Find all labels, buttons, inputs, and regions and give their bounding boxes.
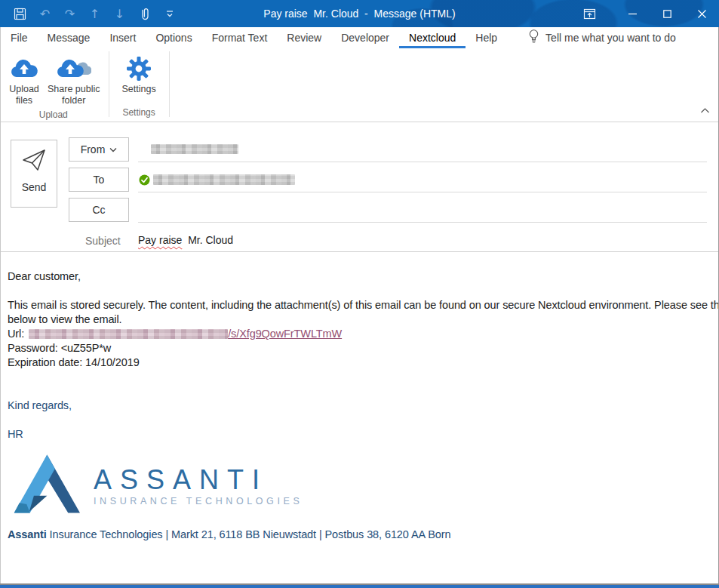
gear-icon bbox=[126, 54, 152, 82]
share-public-folder-label-1: Share public bbox=[48, 84, 100, 94]
minimize-button[interactable] bbox=[615, 0, 650, 27]
ribbon-tab-row: File Message Insert Options Format Text … bbox=[0, 27, 719, 48]
lightbulb-icon bbox=[528, 29, 539, 47]
ribbon-group-settings: Settings Settings bbox=[111, 48, 167, 122]
body-regards: Kind regards, bbox=[8, 399, 711, 413]
ribbon-display-options-icon[interactable] bbox=[574, 0, 604, 27]
undo-icon[interactable]: ↶ bbox=[32, 0, 57, 27]
upload-files-label-1: Upload bbox=[9, 84, 39, 94]
body-paragraph-line1: This email is stored securely. The conte… bbox=[8, 298, 711, 312]
ribbon: Upload files Share public folder Uplo bbox=[0, 48, 719, 122]
cloud-upload-icon bbox=[9, 54, 39, 82]
move-down-icon[interactable]: ↓ bbox=[107, 0, 132, 27]
recipient-resolved-check-icon bbox=[139, 174, 150, 189]
body-paragraph-line2: below to view the email. bbox=[8, 312, 711, 327]
tell-me-box[interactable]: Tell me what you want to do bbox=[528, 27, 676, 48]
tab-file[interactable]: File bbox=[0, 27, 38, 48]
to-field-underline[interactable] bbox=[138, 192, 707, 192]
customize-quick-access-icon[interactable] bbox=[157, 0, 182, 27]
from-button[interactable]: From bbox=[69, 137, 129, 162]
tab-review[interactable]: Review bbox=[277, 27, 331, 48]
redo-icon[interactable]: ↷ bbox=[57, 0, 82, 27]
from-field-underline[interactable] bbox=[138, 162, 707, 162]
to-label: To bbox=[94, 174, 105, 186]
upload-files-button[interactable]: Upload files bbox=[5, 51, 44, 109]
cc-field-underline[interactable] bbox=[138, 222, 707, 223]
cc-button[interactable]: Cc bbox=[69, 198, 129, 222]
collapse-ribbon-icon[interactable] bbox=[700, 103, 710, 117]
nextcloud-share-link[interactable]: /s/Xfg9QowFrTWLTmW bbox=[228, 327, 342, 341]
upload-files-label-2: files bbox=[16, 95, 32, 106]
tab-nextcloud[interactable]: Nextcloud bbox=[399, 27, 466, 48]
quick-access-toolbar: ↶ ↷ ↑ ↓ bbox=[8, 0, 182, 27]
body-signoff: HR bbox=[8, 427, 711, 442]
subject-label: Subject bbox=[85, 235, 121, 247]
tab-help[interactable]: Help bbox=[466, 27, 507, 48]
send-plane-icon bbox=[21, 148, 47, 175]
assanti-triangle-icon bbox=[8, 452, 80, 518]
footer-company-bold: Assanti bbox=[8, 528, 47, 540]
maximize-button[interactable] bbox=[650, 0, 684, 27]
move-up-icon[interactable]: ↑ bbox=[82, 0, 107, 27]
subject-flagged-text: Pay raise bbox=[138, 234, 182, 246]
body-expiration-line: Expiration date: 14/10/2019 bbox=[8, 356, 711, 370]
cc-label: Cc bbox=[92, 204, 105, 216]
assanti-logo: ASSANTI INSURANCE TECHNOLOGIES bbox=[8, 452, 711, 516]
share-public-folder-label-2: folder bbox=[62, 95, 85, 106]
subject-value[interactable]: Pay raise Mr. Cloud bbox=[138, 234, 233, 246]
ribbon-separator bbox=[169, 51, 170, 117]
compose-header: Send From To Cc Subject Pay raise Mr. Cl… bbox=[0, 122, 719, 252]
tell-me-label: Tell me what you want to do bbox=[545, 32, 676, 44]
url-redacted-segment bbox=[29, 329, 228, 339]
close-button[interactable] bbox=[684, 0, 719, 27]
send-button[interactable]: Send bbox=[11, 140, 57, 208]
share-public-folder-button[interactable]: Share public folder bbox=[44, 51, 104, 109]
logo-brand-text: ASSANTI bbox=[94, 466, 303, 494]
signature-footer: Assanti Insurance Technologies | Markt 2… bbox=[8, 528, 711, 540]
window-bottom-edge-strip bbox=[0, 585, 719, 588]
body-url-line: Url: /s/Xfg9QowFrTWLTmW bbox=[8, 327, 711, 341]
to-address-redacted[interactable] bbox=[153, 174, 295, 185]
tab-insert[interactable]: Insert bbox=[100, 27, 146, 48]
tab-message[interactable]: Message bbox=[38, 27, 100, 48]
ribbon-group-upload: Upload files Share public folder Uplo bbox=[0, 48, 107, 122]
from-label: From bbox=[81, 143, 106, 155]
window-left-border bbox=[0, 27, 1, 588]
attach-file-icon[interactable] bbox=[132, 0, 157, 27]
outlook-message-window: ↶ ↷ ↑ ↓ Pay raise Mr. Cloud - Message (H… bbox=[0, 0, 719, 588]
chevron-down-icon bbox=[109, 147, 117, 152]
url-label: Url: bbox=[8, 327, 24, 341]
tab-developer[interactable]: Developer bbox=[331, 27, 399, 48]
to-button[interactable]: To bbox=[69, 168, 129, 192]
ribbon-separator bbox=[109, 51, 109, 117]
cloud-share-icon bbox=[57, 54, 91, 82]
window-controls bbox=[574, 0, 719, 27]
body-password-line: Password: <uZ55P*w bbox=[8, 341, 711, 356]
from-address-redacted[interactable] bbox=[151, 144, 238, 154]
settings-button[interactable]: Settings bbox=[118, 51, 160, 98]
group-label-settings: Settings bbox=[111, 107, 167, 122]
body-greeting: Dear customer, bbox=[8, 269, 711, 284]
footer-address: Insurance Technologies | Markt 21, 6118 … bbox=[47, 528, 451, 540]
logo-tagline-text: INSURANCE TECHNOLOGIES bbox=[94, 496, 303, 506]
settings-label: Settings bbox=[122, 84, 156, 94]
send-label: Send bbox=[22, 181, 47, 193]
tab-options[interactable]: Options bbox=[146, 27, 201, 48]
subject-rest-text: Mr. Cloud bbox=[182, 234, 233, 246]
title-bar: ↶ ↷ ↑ ↓ Pay raise Mr. Cloud - Message (H… bbox=[0, 0, 719, 27]
message-body[interactable]: Dear customer, This email is stored secu… bbox=[0, 252, 719, 588]
save-icon[interactable] bbox=[8, 0, 32, 27]
tab-format-text[interactable]: Format Text bbox=[202, 27, 278, 48]
